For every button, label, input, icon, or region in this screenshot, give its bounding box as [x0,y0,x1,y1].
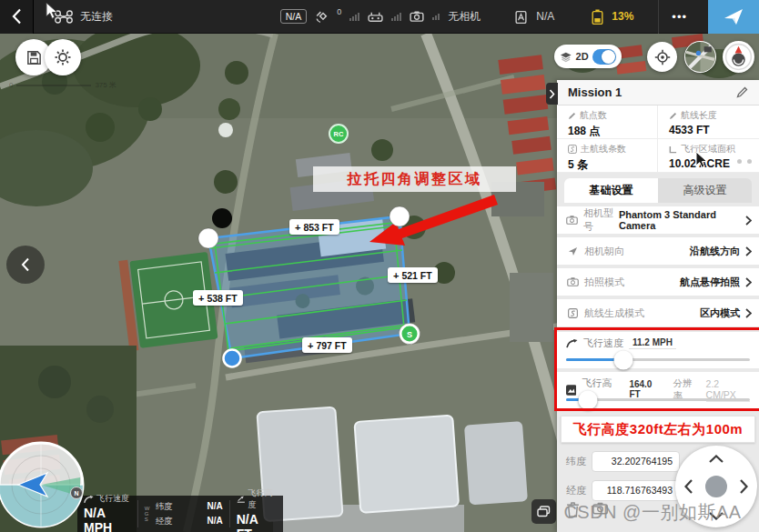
camera-icon [566,277,579,286]
locate-me-button[interactable] [647,42,677,72]
setting-camera-model[interactable]: 相机型号 Phantom 3 Standard Camera [557,206,759,234]
altitude-note: 飞行高度320ft左右为100m [561,416,755,443]
chevron-right-icon [549,89,555,99]
chevron-right-icon [745,246,752,256]
mission-stats: 航点数 188 点 航线长度 4533 FT 主航线条数 [557,105,759,173]
altitude-slider-thumb[interactable] [579,390,598,409]
area-ruler-icon [669,146,677,154]
stat-main-lines: 主航线条数 5 条 [557,139,658,173]
start-flight-button[interactable] [708,0,759,34]
flight-altitude-icon [566,385,576,396]
more-menu-button[interactable]: ••• [658,0,700,34]
panel-collapse-button[interactable] [546,83,558,105]
minimap-button[interactable] [684,41,716,73]
2d-toggle-switch[interactable] [592,49,616,65]
setting-photo-mode[interactable]: 拍照模式 航点悬停拍照 [557,268,759,296]
attitude-gauge: N [0,0,127,532]
speed-slider-row: 飞行速度 11.2 MPH [557,332,759,368]
speed-slider-thumb[interactable] [613,350,632,369]
settings-tabs: 基础设置 高级设置 [564,178,752,203]
insert-point-icon [295,222,300,233]
layers-icon [560,51,572,63]
setting-camera-heading[interactable]: 相机朝向 沿航线方向 [557,237,759,265]
mouse-cursor-white [46,2,58,19]
back-button[interactable] [0,0,34,34]
setting-route-mode[interactable]: 航线生成模式 区内模式 [557,299,759,326]
takeoff-plane-icon [724,6,744,26]
wgs-label: WGS [145,506,152,522]
telemetry-coords: WGS 纬度N/A 经度N/A [138,496,229,532]
corner-handle-bottom-left[interactable] [224,350,241,367]
stat-route-length: 航线长度 4533 FT [658,105,759,139]
waypoint-icon [568,112,576,120]
chevron-right-icon [745,277,752,287]
edge-length-bottom[interactable]: 797 FT [302,337,352,353]
insert-point-icon [308,340,313,351]
telemetry-altitude: 飞行高度 N/A FT [230,496,283,532]
back-chevron-icon [12,8,22,25]
speed-slider-track[interactable] [566,358,750,361]
camera-icon [566,216,578,225]
mission-panel: Mission 1 航点数 188 点 航线长度 4533 FT [557,80,759,532]
stats-page-dots[interactable] [737,159,752,164]
app-screen: S N 无连接 [0,0,759,532]
mission-header: Mission 1 [557,80,759,105]
edit-pencil-icon[interactable] [736,86,748,98]
edge-length-left[interactable]: 538 FT [193,290,243,306]
minimap-thumbnail [684,41,716,73]
longitude-input[interactable] [592,480,680,501]
latitude-input[interactable] [592,451,680,472]
camera-status: 无相机 [448,9,481,25]
start-marker[interactable]: S [400,324,420,345]
gps-mode-badge: N/A [280,9,308,24]
camera-signal-bars [432,14,440,20]
chevron-right-icon [745,216,752,226]
connection-status: 无连接 [80,9,113,25]
flight-speed-icon [566,338,578,348]
tab-advanced-settings[interactable]: 高级设置 [658,178,752,203]
chevron-right-icon [745,308,752,318]
camera-signal-icon [410,11,424,22]
svg-text:S: S [407,330,412,339]
map-layer-toggle[interactable]: 2D [554,45,622,68]
dpad-center-button[interactable] [705,476,727,497]
rc-home-marker[interactable]: RC [329,124,349,144]
satellite-icon [315,10,329,24]
compass-icon [723,41,754,73]
battery-icon [592,9,603,25]
svg-text:N: N [74,490,78,497]
flight-mode-icon [514,10,528,24]
stat-waypoints: 航点数 188 点 [557,105,658,139]
compass-reset-button[interactable] [723,41,754,73]
speed-value: 11.2 MPH [629,337,676,349]
2d-label: 2D [576,51,589,62]
watermark: CSDN @一别如斯AA [546,500,759,525]
route-mode-icon [566,308,579,318]
tutorial-annotation: 拉托四角调整区域 [313,166,516,192]
serpentine-icon [568,145,577,154]
corner-handle-top-right[interactable] [390,206,410,226]
dpad-right-icon[interactable] [740,479,748,494]
top-status-bar: 无连接 N/A 0 [0,0,759,34]
altitude-icon [237,495,246,504]
satellite-count: 0 [337,7,341,16]
remote-controller-icon [368,11,383,23]
dpad-left-icon[interactable] [684,479,693,494]
dpad-up-icon[interactable] [709,455,724,463]
edge-length-right[interactable]: 521 FT [388,267,438,283]
rc-signal-bars [391,13,401,21]
stat-area: 飞行区域面积 10.02 ACRE [658,139,759,173]
flight-mode-value: N/A [536,10,554,23]
mission-title: Mission 1 [568,85,622,99]
route-length-icon [669,112,677,120]
tab-basic-settings[interactable]: 基础设置 [564,178,658,203]
battery-percent: 13% [612,10,633,23]
heading-plane-icon [566,246,579,256]
altitude-slider-row: 飞行高度 164.0 FT 分辨率 2.2 CM/PX [557,372,759,408]
edge-length-top[interactable]: 853 FT [289,219,339,235]
gps-signal-bars [349,13,359,21]
altitude-slider-track[interactable] [566,398,750,401]
mouse-cursor-black [695,151,708,168]
corner-handle-top-left[interactable] [198,228,218,248]
crosshair-icon [654,49,671,65]
